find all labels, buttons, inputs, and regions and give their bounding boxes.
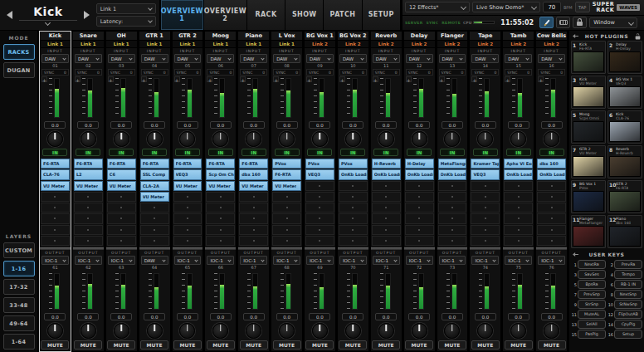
plugin-slot-onkb-loadr[interactable]: OnKb Loadr (504, 169, 533, 179)
input-gain-knob[interactable] (477, 131, 493, 147)
input-gain-knob[interactable] (212, 131, 228, 147)
polarity-button[interactable]: + (273, 76, 279, 82)
plugin-slot-onkb-loadr[interactable]: OnKb Loadr (438, 169, 467, 179)
mode-button-racks[interactable]: RACKS (3, 44, 35, 60)
output-device-dropdown[interactable]: IOC-1 (373, 256, 400, 265)
plugin-slot-empty[interactable] (305, 213, 334, 223)
user-key-cpyplg[interactable]: CpyPlg (614, 320, 642, 329)
plugin-slot-dbx-160[interactable]: dbx 160 (239, 169, 268, 179)
output-gain-knob[interactable] (510, 323, 526, 339)
channel-name[interactable]: Cow Bells (536, 32, 567, 41)
plugin-slot-empty[interactable] (339, 236, 368, 246)
output-device-dropdown[interactable]: IOC-1 (240, 256, 267, 265)
output-gain-knob[interactable] (212, 323, 228, 339)
hot-plugin-11[interactable]: 11FlangerMetaFlanger (571, 215, 606, 248)
polarity-button[interactable]: + (75, 76, 80, 82)
mute-button[interactable]: MUTE (471, 340, 500, 350)
session-dropdown[interactable]: Live Show Demo* (472, 2, 540, 12)
tab-show[interactable]: SHOW (285, 0, 324, 30)
input-gain-value[interactable]: 0.0 (342, 121, 363, 129)
user-key-savses[interactable]: SavSes (578, 270, 606, 279)
plugin-slot-empty[interactable] (74, 236, 103, 246)
input-gain-knob[interactable] (378, 131, 394, 147)
polarity-button[interactable]: + (339, 76, 345, 82)
plugin-slot-h-reverb[interactable]: H-Reverb (372, 159, 401, 169)
output-gain-value[interactable]: 0.0 (243, 313, 265, 320)
output-gain-value[interactable]: 0.0 (276, 313, 298, 320)
plugin-slot-veq3[interactable]: VEQ3 (305, 169, 334, 179)
user-key-tempo[interactable]: Tempo (614, 270, 642, 279)
output-gain-knob[interactable] (47, 323, 63, 339)
output-gain-knob[interactable] (477, 323, 493, 339)
input-enable-button[interactable]: IN (208, 149, 233, 156)
input-enable-button[interactable]: IN (109, 149, 134, 156)
input-gain-value[interactable]: 0.0 (475, 121, 496, 129)
output-gain-value[interactable]: 0.0 (508, 313, 529, 320)
output-device-dropdown[interactable]: IOC-1 (505, 256, 532, 265)
mute-button[interactable]: MUTE (538, 340, 566, 350)
output-device-dropdown[interactable]: IOC-1 (339, 256, 367, 265)
hot-plugin-7[interactable]: 7GTR 2VU Meter (571, 145, 606, 178)
plugin-slot-empty[interactable] (339, 181, 368, 191)
keyboard-button[interactable] (556, 17, 570, 28)
user-key-strsnp[interactable]: StrSnp (578, 300, 606, 309)
polarity-button[interactable]: + (538, 76, 544, 82)
plugin-slot-f6-rta[interactable]: F6-RTA (74, 159, 103, 169)
plugin-slot-empty[interactable] (372, 225, 401, 235)
plugin-slot-empty[interactable] (239, 203, 268, 213)
input-device-dropdown[interactable]: DAW (207, 54, 234, 63)
plugin-slot-empty[interactable] (239, 213, 268, 223)
mute-button[interactable]: MUTE (305, 340, 334, 350)
plugin-slot-veq3[interactable]: VEQ3 (471, 169, 500, 179)
hot-plugin-10[interactable]: 10GTR 2F6-RTA (607, 180, 642, 213)
plugin-slot-empty[interactable] (305, 192, 334, 202)
plugin-slot-empty[interactable] (305, 203, 334, 213)
mode-button-dugan[interactable]: DUGAN (3, 62, 35, 78)
polarity-button[interactable]: + (406, 76, 412, 82)
mute-button[interactable]: MUTE (240, 340, 268, 350)
input-enable-button[interactable]: IN (407, 149, 432, 156)
plugin-slot-f6-rta[interactable]: F6-RTA (140, 159, 169, 169)
channel-name[interactable]: Snare (73, 32, 104, 41)
input-gain-knob[interactable] (147, 131, 163, 147)
output-gain-value[interactable]: 0.0 (144, 313, 165, 320)
plugin-slot-empty[interactable] (405, 192, 434, 202)
layer-button-1-16[interactable]: 1-16 (3, 261, 35, 276)
plugin-slot-pvox[interactable]: PVox (339, 159, 368, 169)
polarity-button[interactable]: + (41, 76, 47, 82)
layer-button-33-48[interactable]: 33-48 (3, 297, 35, 313)
output-device-dropdown[interactable]: IOC-1 (174, 256, 202, 265)
input-gain-knob[interactable] (114, 131, 129, 147)
plugin-slot-empty[interactable] (305, 236, 334, 246)
plugin-slot-empty[interactable] (74, 203, 103, 213)
plugin-slot-empty[interactable] (504, 236, 533, 246)
plugin-slot-empty[interactable] (372, 203, 401, 213)
plugin-slot-c6[interactable]: C6 (107, 169, 136, 179)
output-gain-knob[interactable] (80, 323, 96, 339)
user-key-selall[interactable]: SelAll (578, 320, 606, 329)
polarity-button[interactable]: + (141, 76, 147, 82)
plugin-slot-empty[interactable] (537, 213, 566, 223)
plugin-slot-empty[interactable] (504, 203, 533, 213)
tab-overview-2[interactable]: OVERVIEW2 (204, 0, 247, 30)
input-enable-button[interactable]: IN (539, 149, 564, 156)
plugin-slot-empty[interactable] (471, 225, 500, 235)
plugin-slot-empty[interactable] (471, 236, 500, 246)
output-gain-value[interactable]: 0.0 (442, 313, 463, 320)
plugin-slot-empty[interactable] (339, 225, 368, 235)
output-device-dropdown[interactable]: IOC-1 (406, 256, 433, 265)
input-device-dropdown[interactable]: DAW (273, 54, 300, 63)
link-dropdown[interactable]: Link 1 (96, 3, 156, 14)
plugin-slot-empty[interactable] (140, 203, 169, 213)
mute-button[interactable]: MUTE (41, 340, 69, 350)
plugin-slot-empty[interactable] (41, 225, 70, 235)
plugin-slot-onkb-loadr[interactable]: OnKb Loadr (537, 169, 566, 179)
window-dropdown[interactable]: Window (589, 17, 637, 28)
plugin-slot-empty[interactable] (471, 213, 500, 223)
plugin-slot-empty[interactable] (537, 203, 566, 213)
prev-channel-button[interactable] (3, 7, 15, 23)
plugin-slot-empty[interactable] (206, 192, 235, 202)
plugin-slot-kramer-tap[interactable]: Kramer Tap (471, 159, 500, 169)
output-gain-value[interactable]: 0.0 (177, 313, 198, 320)
plugin-slot-empty[interactable] (272, 213, 301, 223)
